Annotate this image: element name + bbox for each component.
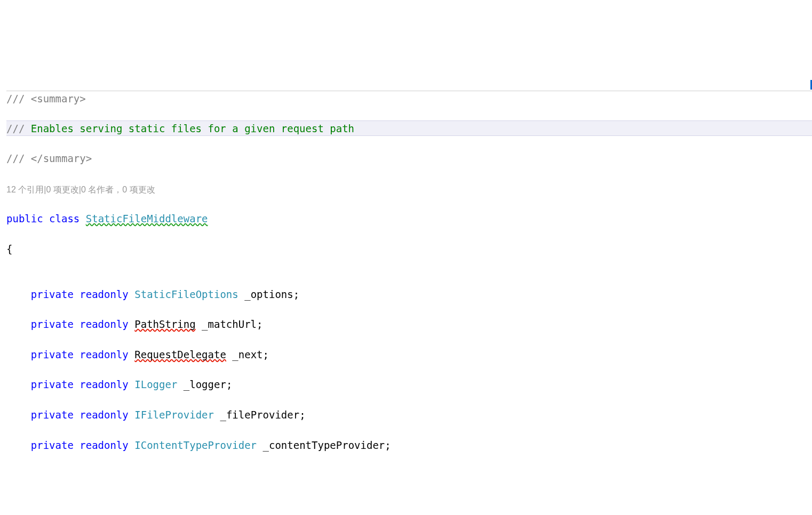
type-name: StaticFileOptions (134, 288, 238, 300)
keyword: readonly (79, 288, 129, 300)
class-name: StaticFileMiddleware (86, 213, 208, 224)
code-editor[interactable]: /// <summary> /// Enables serving static… (0, 60, 812, 515)
doc-comment-slashes: /// (6, 152, 31, 164)
doc-summary-text: Enables serving static files for a given… (31, 123, 354, 134)
type-name: PathString (134, 318, 195, 330)
code-line[interactable]: private readonly IContentTypeProvider _c… (6, 438, 812, 453)
code-line[interactable]: /// </summary> (6, 151, 812, 166)
code-line[interactable]: { (6, 242, 812, 256)
keyword: readonly (79, 349, 129, 360)
type-name: IContentTypeProvider (134, 439, 257, 451)
code-line[interactable]: private readonly StaticFileOptions _opti… (6, 287, 812, 302)
keyword: private (31, 439, 74, 451)
blank-line[interactable] (6, 483, 812, 498)
field-name: _logger (184, 379, 226, 390)
keyword: readonly (79, 409, 129, 421)
code-line[interactable]: /// <summary> (6, 91, 812, 106)
codelens-line[interactable]: 12 个引用|0 项更改|0 名作者，0 项更改 (6, 181, 812, 196)
keyword: private (31, 349, 74, 360)
keyword: readonly (79, 379, 129, 390)
keyword: private (31, 379, 74, 390)
xml-tag: </summary> (31, 152, 92, 164)
brace: { (6, 243, 12, 255)
code-line[interactable]: private readonly ILogger _logger; (6, 377, 812, 392)
keyword: private (31, 318, 74, 330)
xml-tag: <summary> (31, 93, 86, 104)
keyword: private (31, 409, 74, 421)
code-line[interactable]: private readonly RequestDelegate _next; (6, 347, 812, 362)
type-name: ILogger (134, 379, 177, 390)
codelens-text[interactable]: 12 个引用|0 项更改|0 名作者，0 项更改 (6, 185, 155, 194)
field-name: _next (232, 349, 262, 360)
code-line[interactable]: private readonly PathString _matchUrl; (6, 317, 812, 332)
doc-comment-slashes: /// (6, 123, 31, 134)
doc-comment-slashes: /// (6, 93, 31, 104)
type-name: RequestDelegate (134, 349, 226, 360)
keyword: readonly (79, 439, 129, 451)
field-name: _options (244, 288, 293, 300)
code-line[interactable]: public class StaticFileMiddleware (6, 211, 812, 226)
keyword: class (49, 213, 79, 224)
field-name: _contentTypeProvider (263, 439, 385, 451)
field-name: _fileProvider (220, 409, 299, 421)
keyword: public (6, 213, 43, 224)
field-name: _matchUrl (202, 318, 257, 330)
keyword: private (31, 288, 74, 300)
code-line-highlighted[interactable]: /// Enables serving static files for a g… (6, 120, 812, 135)
type-name: IFileProvider (134, 409, 214, 421)
keyword: readonly (79, 318, 129, 330)
code-line[interactable]: private readonly IFileProvider _fileProv… (6, 407, 812, 422)
